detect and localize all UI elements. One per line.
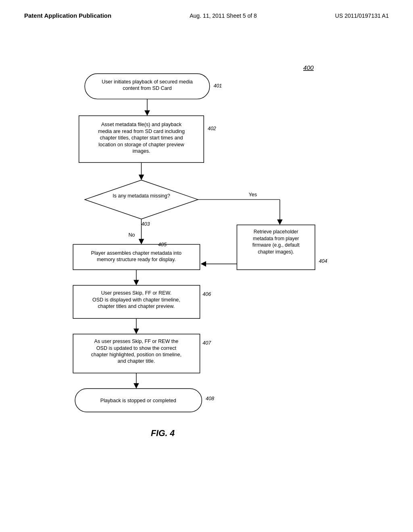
header-right: US 2011/0197131 A1 xyxy=(335,12,389,19)
diagram-container: 400 User initiates playback of secured m… xyxy=(0,23,413,499)
svg-text:408: 408 xyxy=(206,396,214,401)
svg-text:and chapter title.: and chapter title. xyxy=(117,358,155,364)
svg-text:Playback is stopped or complet: Playback is stopped or completed xyxy=(100,398,176,403)
svg-text:Player assembles chapter metad: Player assembles chapter metadata into xyxy=(91,250,181,256)
svg-text:OSD is displayed with chapter : OSD is displayed with chapter timeline, xyxy=(92,297,180,303)
svg-marker-54 xyxy=(133,383,139,389)
svg-text:As user presses Skip, FF or RE: As user presses Skip, FF or REW the xyxy=(94,339,179,344)
svg-text:402: 402 xyxy=(208,126,216,131)
svg-marker-15 xyxy=(139,175,144,180)
svg-text:memory structure ready for dis: memory structure ready for display. xyxy=(97,257,176,262)
svg-text:400: 400 xyxy=(303,64,314,71)
svg-text:403: 403 xyxy=(141,221,150,227)
svg-text:firmware (e.g., default: firmware (e.g., default xyxy=(252,242,300,248)
svg-marker-21 xyxy=(139,239,144,245)
svg-text:chapter titles and chapter pre: chapter titles and chapter preview. xyxy=(98,303,175,309)
svg-text:location on storage of chapter: location on storage of chapter preview xyxy=(98,142,184,148)
page-header: Patent Application Publication Aug. 11, … xyxy=(0,0,413,23)
svg-text:401: 401 xyxy=(213,83,222,89)
svg-text:Asset metadata file(s) and pla: Asset metadata file(s) and playback xyxy=(101,122,182,127)
svg-text:chapter titles, chapter start : chapter titles, chapter start times and xyxy=(100,135,183,141)
svg-marker-39 xyxy=(133,280,139,285)
svg-text:User initiates playback of sec: User initiates playback of secured media xyxy=(102,79,193,85)
svg-text:metadata from player: metadata from player xyxy=(253,236,299,241)
svg-text:406: 406 xyxy=(202,291,211,297)
svg-text:media are read from SD card in: media are read from SD card including xyxy=(98,129,185,134)
svg-text:FIG. 4: FIG. 4 xyxy=(151,428,175,438)
svg-text:407: 407 xyxy=(202,340,211,346)
svg-text:OSD is updated to show the cor: OSD is updated to show the correct xyxy=(96,345,177,351)
svg-marker-25 xyxy=(277,219,283,225)
svg-text:content from SD Card: content from SD Card xyxy=(123,85,172,91)
header-left: Patent Application Publication xyxy=(24,12,111,19)
svg-text:405: 405 xyxy=(158,242,167,247)
svg-text:Yes: Yes xyxy=(248,192,257,197)
svg-text:Is any metadata missing?: Is any metadata missing? xyxy=(113,193,170,199)
svg-text:Retrieve placeholder: Retrieve placeholder xyxy=(254,229,298,235)
svg-marker-6 xyxy=(144,110,150,116)
header-center: Aug. 11, 2011 Sheet 5 of 8 xyxy=(190,12,257,19)
svg-marker-33 xyxy=(200,261,206,267)
svg-text:404: 404 xyxy=(319,258,327,264)
svg-marker-46 xyxy=(133,328,139,334)
svg-text:chapter highlighted, position : chapter highlighted, position on timelin… xyxy=(91,352,181,357)
svg-marker-16 xyxy=(85,180,198,219)
svg-text:images.: images. xyxy=(132,148,150,154)
svg-text:No: No xyxy=(129,232,135,238)
svg-text:User presses Skip, FF or REW.: User presses Skip, FF or REW. xyxy=(101,290,172,296)
svg-text:chapter images).: chapter images). xyxy=(258,249,294,255)
